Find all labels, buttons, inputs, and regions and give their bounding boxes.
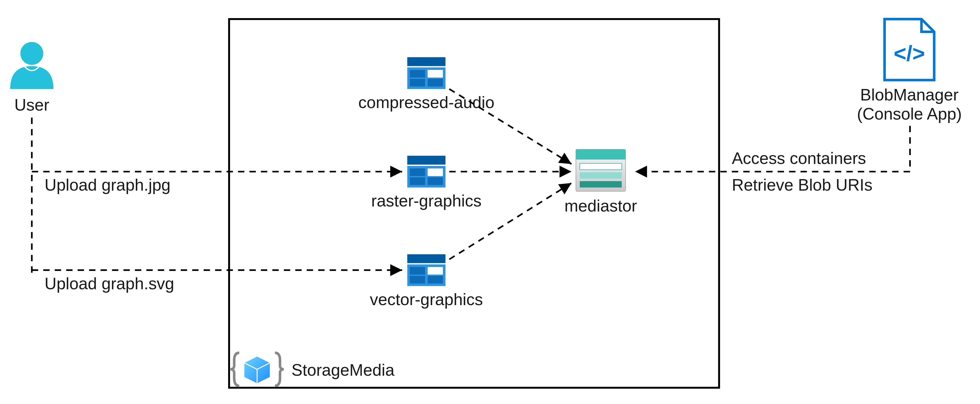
svg-point-0 [20,42,43,65]
svg-text:</>: </> [894,41,925,65]
svg-rect-14 [407,254,445,263]
container-vector-graphics: vector-graphics [370,254,483,309]
edge-label-retrieve: Retrieve Blob URIs [732,176,872,194]
svg-rect-8 [407,156,445,165]
app-label-line1: BlobManager [860,86,958,104]
container-label: compressed-audio [358,93,494,111]
container-raster-graphics: raster-graphics [371,156,481,210]
svg-rect-6 [410,79,425,86]
resource-group-icon [231,353,284,386]
svg-rect-18 [410,276,425,284]
user-icon [10,42,53,89]
svg-rect-12 [410,177,425,185]
svg-rect-21 [576,149,626,160]
container-icon [407,57,445,89]
svg-rect-4 [410,70,425,78]
svg-rect-13 [428,177,443,185]
svg-rect-7 [428,79,443,86]
svg-rect-24 [580,181,622,188]
resource-group-label: StorageMedia [291,361,395,379]
svg-rect-5 [428,70,443,78]
edge-label-upload-svg: Upload graph.svg [45,274,174,293]
edge-label-access: Access containers [732,149,866,167]
svg-rect-10 [410,168,425,176]
edge-compressed-to-storage [449,89,572,164]
code-file-icon: </> [885,19,934,80]
user-node: User [10,42,53,114]
container-label: vector-graphics [370,290,483,309]
architecture-diagram: User StorageMedia compressed-audio [0,0,980,401]
svg-rect-16 [410,267,425,274]
svg-rect-11 [428,168,443,176]
container-icon [407,156,445,187]
svg-rect-2 [407,57,445,66]
storage-account-icon [576,149,626,191]
app-node: </> BlobManager (Console App) [857,19,962,123]
resource-group-label-group: StorageMedia [231,353,395,386]
svg-rect-22 [580,163,622,170]
svg-rect-17 [428,267,443,274]
storage-account-node: mediastor [565,149,637,215]
edge-label-upload-jpg: Upload graph.jpg [45,176,170,194]
container-icon [407,254,445,286]
svg-rect-23 [580,172,622,179]
app-label-line2: (Console App) [857,105,962,123]
storage-account-label: mediastor [565,197,637,215]
svg-rect-19 [428,276,443,284]
user-label: User [14,96,49,114]
container-label: raster-graphics [371,192,481,210]
